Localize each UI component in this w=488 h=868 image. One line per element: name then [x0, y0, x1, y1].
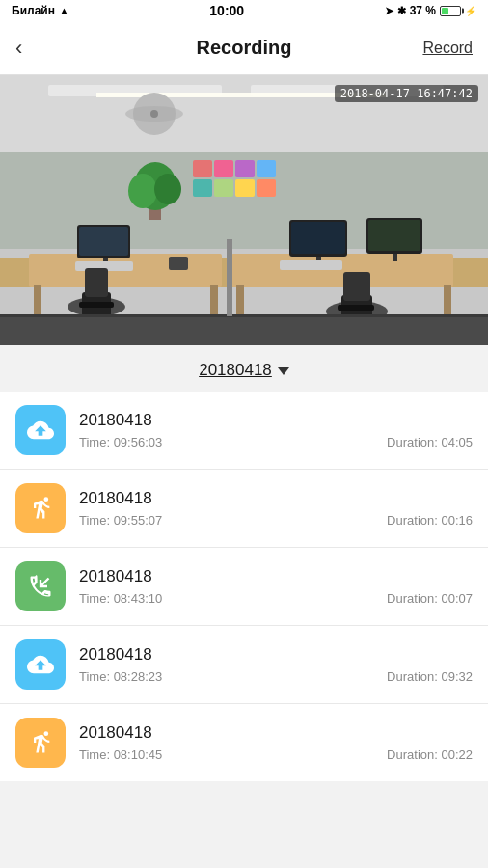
svg-rect-30 — [79, 227, 128, 256]
recording-date: 20180418 — [79, 411, 473, 430]
recording-duration: Duration: 09:32 — [387, 669, 473, 684]
svg-rect-50 — [227, 239, 232, 316]
recording-time: Time: 08:10:45 — [79, 747, 162, 762]
wifi-icon: ▲ — [59, 5, 69, 16]
svg-rect-27 — [236, 285, 244, 314]
nav-bar: ‹ Recording Record — [0, 21, 488, 75]
recording-date: 20180418 — [79, 645, 473, 665]
recording-duration: Duration: 00:07 — [387, 591, 473, 606]
recording-meta: Time: 08:28:23Duration: 09:32 — [79, 669, 473, 684]
svg-rect-12 — [235, 160, 255, 177]
charging-icon: ⚡ — [465, 6, 476, 16]
battery-fill — [442, 8, 448, 14]
recording-meta: Time: 08:10:45Duration: 00:22 — [79, 747, 473, 762]
date-selector[interactable]: 20180418 — [0, 345, 488, 392]
battery-label: 37 % — [410, 4, 436, 17]
recording-item[interactable]: 20180418Time: 08:10:45Duration: 00:22 — [0, 704, 488, 781]
svg-rect-42 — [79, 302, 114, 308]
recording-time: Time: 08:43:10 — [79, 591, 162, 606]
page-title: Recording — [197, 37, 292, 59]
upload-cloud-icon — [15, 405, 66, 455]
recording-meta: Time: 09:56:03Duration: 04:05 — [79, 435, 473, 449]
camera-image — [0, 75, 488, 345]
svg-rect-36 — [368, 220, 420, 251]
svg-rect-33 — [291, 222, 345, 254]
carrier-label: Билайн — [12, 4, 55, 17]
camera-feed: 2018-04-17 16:47:42 — [0, 75, 488, 345]
svg-point-52 — [44, 497, 49, 502]
time-label: 10:00 — [209, 3, 244, 18]
svg-rect-49 — [0, 314, 488, 317]
svg-rect-24 — [231, 254, 453, 287]
recording-list: 20180418Time: 09:56:03Duration: 04:05 20… — [0, 392, 488, 781]
svg-point-8 — [150, 110, 158, 118]
recording-meta: Time: 08:43:10Duration: 00:07 — [79, 591, 473, 606]
recording-item[interactable]: 20180418Time: 09:55:07Duration: 00:16 — [0, 470, 488, 548]
battery-indicator — [440, 6, 461, 16]
recording-meta: Time: 09:55:07Duration: 00:16 — [79, 513, 473, 528]
svg-point-53 — [44, 731, 49, 736]
svg-rect-28 — [444, 285, 451, 314]
svg-rect-46 — [85, 268, 108, 297]
svg-rect-10 — [193, 160, 212, 177]
svg-rect-15 — [214, 179, 233, 197]
recording-info: 20180418Time: 09:56:03Duration: 04:05 — [79, 411, 473, 449]
recording-item[interactable]: 20180418Time: 08:28:23Duration: 09:32 — [0, 626, 488, 704]
phone-incoming-icon — [15, 561, 66, 611]
svg-rect-47 — [343, 272, 370, 301]
svg-rect-26 — [210, 285, 218, 314]
back-button[interactable]: ‹ — [8, 28, 30, 68]
svg-point-21 — [154, 174, 181, 204]
recording-date: 20180418 — [79, 489, 473, 508]
svg-rect-51 — [169, 257, 188, 270]
motion-icon — [15, 483, 66, 533]
recording-duration: Duration: 00:22 — [387, 747, 473, 762]
svg-rect-14 — [193, 179, 212, 197]
svg-rect-45 — [338, 305, 374, 311]
status-bar: Билайн ▲ 10:00 ➤ ✱ 37 % ⚡ — [0, 0, 488, 21]
recording-info: 20180418Time: 09:55:07Duration: 00:16 — [79, 489, 473, 528]
svg-rect-17 — [257, 179, 276, 197]
upload-cloud-icon — [15, 639, 66, 690]
bluetooth-icon: ✱ — [397, 5, 406, 17]
recording-info: 20180418Time: 08:28:23Duration: 09:32 — [79, 645, 473, 684]
date-label: 20180418 — [199, 361, 272, 380]
svg-rect-11 — [214, 160, 233, 177]
recording-time: Time: 09:55:07 — [79, 513, 162, 528]
chevron-down-icon — [278, 367, 289, 375]
recording-item[interactable]: 20180418Time: 09:56:03Duration: 04:05 — [0, 392, 488, 470]
svg-rect-13 — [257, 160, 276, 177]
location-icon: ➤ — [385, 5, 393, 17]
status-right: ➤ ✱ 37 % ⚡ — [385, 4, 476, 17]
motion-icon — [15, 718, 66, 768]
recording-duration: Duration: 00:16 — [387, 513, 473, 528]
camera-timestamp: 2018-04-17 16:47:42 — [335, 85, 478, 102]
recording-info: 20180418Time: 08:10:45Duration: 00:22 — [79, 723, 473, 762]
svg-rect-48 — [0, 314, 488, 345]
svg-rect-25 — [34, 285, 41, 314]
recording-date: 20180418 — [79, 567, 473, 586]
recording-duration: Duration: 04:05 — [387, 435, 473, 449]
recording-date: 20180418 — [79, 723, 473, 743]
recording-item[interactable]: 20180418Time: 08:43:10Duration: 00:07 — [0, 548, 488, 626]
svg-rect-37 — [393, 254, 397, 261]
recording-time: Time: 08:28:23 — [79, 669, 162, 684]
record-button[interactable]: Record — [422, 40, 473, 57]
svg-rect-16 — [235, 179, 255, 197]
status-left: Билайн ▲ — [12, 4, 69, 17]
svg-rect-39 — [280, 260, 342, 270]
svg-point-20 — [128, 174, 157, 208]
recording-time: Time: 09:56:03 — [79, 435, 162, 449]
recording-info: 20180418Time: 08:43:10Duration: 00:07 — [79, 567, 473, 606]
